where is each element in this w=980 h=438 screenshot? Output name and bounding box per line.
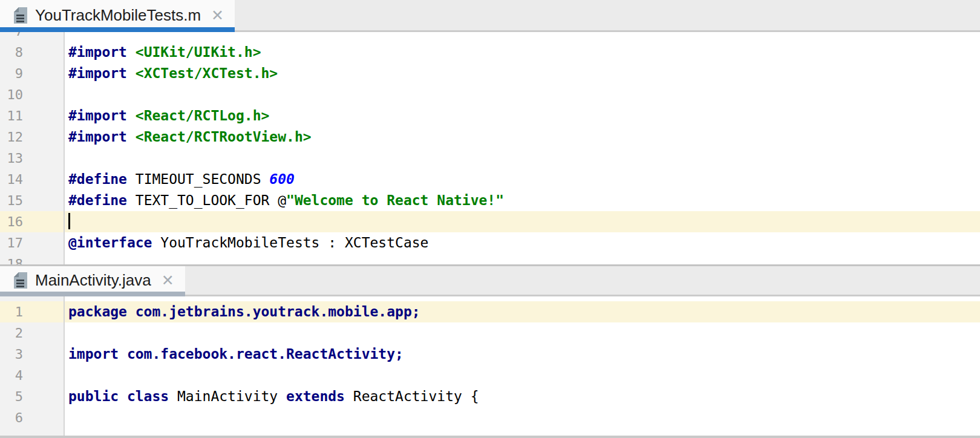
code-line[interactable]: 4 [0,365,980,386]
code-token: #import [68,108,136,123]
code-line[interactable]: 9#import <XCTest/XCTest.h> [0,63,980,84]
file-icon [14,7,27,24]
code-token: <XCTest/XCTest.h> [136,65,278,81]
close-icon[interactable]: ✕ [211,8,224,23]
code-text[interactable] [65,32,980,42]
line-number[interactable]: 12 [0,126,65,148]
line-number[interactable]: 5 [0,386,65,407]
code-token: "Welcome to React Native!" [286,192,504,208]
code-token: package com.jetbrains.youtrack.mobile.ap… [68,304,420,319]
code-text[interactable] [65,148,980,169]
file-icon-lines [16,279,24,281]
line-number[interactable]: 4 [0,365,65,386]
code-token: public class [68,388,177,404]
code-text[interactable] [65,407,980,428]
tab-bar-top: YouTrackMobileTests.m ✕ [0,0,980,32]
code-text[interactable]: public class MainActivity extends ReactA… [65,386,980,407]
code-line[interactable]: 14#define TIMEOUT_SECONDS 600 [0,169,980,190]
code-line[interactable]: 7 [0,32,980,42]
line-number[interactable]: 1 [0,301,65,322]
code-line[interactable]: 18 [0,253,980,264]
editor-tab[interactable]: YouTrackMobileTests.m ✕ [0,0,235,32]
code-line[interactable]: 3import com.facebook.react.ReactActivity… [0,344,980,365]
line-number[interactable]: 16 [0,211,65,232]
code-editor[interactable]: 1package com.jetbrains.youtrack.mobile.a… [0,296,980,438]
code-token: ReactActivity { [353,388,479,404]
code-lines: 1package com.jetbrains.youtrack.mobile.a… [0,301,980,428]
code-text[interactable]: @interface YouTrackMobileTests : XCTestC… [65,232,980,253]
code-line[interactable]: 16 [0,211,980,232]
line-number[interactable]: 10 [0,84,65,105]
tab-bar-bottom: MainActivity.java ✕ [0,266,980,296]
line-number[interactable]: 18 [0,253,65,264]
line-number[interactable]: 2 [0,322,65,344]
text-caret [68,213,70,229]
code-line[interactable]: 8#import <UIKit/UIKit.h> [0,42,980,63]
code-line[interactable]: 11#import <React/RCTLog.h> [0,105,980,126]
line-number[interactable]: 7 [0,32,65,42]
code-token: #import [68,44,136,60]
code-text[interactable] [65,365,980,386]
code-line[interactable]: 2 [0,322,980,344]
code-text[interactable]: #import <React/RCTRootView.h> [65,126,980,148]
code-text[interactable]: #define TIMEOUT_SECONDS 600 [65,169,980,190]
code-line[interactable]: 10 [0,84,980,105]
code-text[interactable]: #import <UIKit/UIKit.h> [65,42,980,63]
line-number[interactable]: 17 [0,232,65,253]
window-bottom-edge [0,436,980,438]
code-token: 600 [269,171,295,187]
code-token: #import [68,65,136,81]
code-text[interactable]: #define TEXT_TO_LOOK_FOR @"Welcome to Re… [65,190,980,211]
line-number[interactable]: 14 [0,169,65,190]
code-text[interactable] [65,84,980,105]
code-lines: 78#import <UIKit/UIKit.h>9#import <XCTes… [0,32,980,264]
line-number[interactable]: 8 [0,42,65,63]
code-token: TIMEOUT_SECONDS [136,171,270,187]
code-token: YouTrackMobileTests : XCTestCase [160,235,428,250]
code-text[interactable] [65,322,980,344]
code-token: extends [286,388,353,404]
code-token: MainActivity [177,388,286,404]
code-line[interactable]: 17@interface YouTrackMobileTests : XCTes… [0,232,980,253]
file-icon [14,272,27,289]
code-line[interactable]: 6 [0,407,980,428]
pane-splitter[interactable] [0,264,980,266]
code-token: #define [68,192,136,208]
code-text[interactable]: import com.facebook.react.ReactActivity; [65,344,980,365]
code-line[interactable]: 1package com.jetbrains.youtrack.mobile.a… [0,301,980,322]
line-number[interactable]: 3 [0,344,65,365]
active-tab-underline [0,292,185,296]
file-icon-lines [16,15,24,16]
code-token: #import [68,129,136,145]
code-text[interactable]: #import <XCTest/XCTest.h> [65,63,980,84]
line-number[interactable]: 9 [0,63,65,84]
code-editor[interactable]: 78#import <UIKit/UIKit.h>9#import <XCTes… [0,32,980,264]
code-line[interactable]: 15#define TEXT_TO_LOOK_FOR @"Welcome to … [0,190,980,211]
code-text[interactable] [65,253,980,264]
code-token: <React/RCTRootView.h> [136,129,312,145]
code-token: @interface [68,235,160,250]
line-number[interactable]: 15 [0,190,65,211]
editor-pane-top: YouTrackMobileTests.m ✕ 78#import <UIKit… [0,0,980,264]
code-line[interactable]: 5public class MainActivity extends React… [0,386,980,407]
code-token: import com.facebook.react.ReactActivity; [68,346,403,362]
code-token: #define [68,171,136,187]
code-token: <React/RCTLog.h> [136,108,270,123]
editor-tab[interactable]: MainActivity.java ✕ [0,266,185,296]
code-token: TEXT_TO_LOOK_FOR @ [136,192,286,208]
line-number[interactable]: 6 [0,407,65,428]
code-text[interactable] [65,211,980,232]
active-tab-underline [0,27,235,32]
code-text[interactable]: #import <React/RCTLog.h> [65,105,980,126]
tab-title: YouTrackMobileTests.m [35,6,201,25]
code-line[interactable]: 12#import <React/RCTRootView.h> [0,126,980,148]
editor-pane-bottom: MainActivity.java ✕ 1package com.jetbrai… [0,266,980,438]
code-token: <UIKit/UIKit.h> [136,44,261,60]
tab-title: MainActivity.java [35,271,151,290]
code-text[interactable]: package com.jetbrains.youtrack.mobile.ap… [65,301,980,322]
close-icon[interactable]: ✕ [162,273,174,288]
line-number[interactable]: 13 [0,148,65,169]
line-number[interactable]: 11 [0,105,65,126]
code-line[interactable]: 13 [0,148,980,169]
